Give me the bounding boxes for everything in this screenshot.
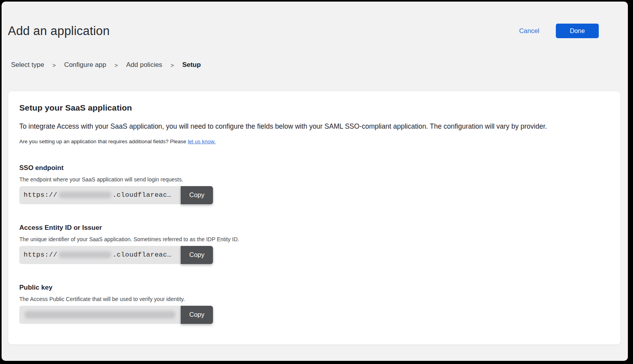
- field-label: SSO endpoint: [19, 164, 609, 172]
- field-description: The unique identifier of your SaaS appli…: [19, 236, 609, 242]
- copy-button[interactable]: Copy: [181, 306, 213, 324]
- let-us-know-link[interactable]: let us know.: [188, 139, 216, 144]
- cancel-button[interactable]: Cancel: [519, 27, 539, 35]
- field-public-key: Public key The Access Public Certificate…: [19, 284, 609, 324]
- sso-endpoint-value[interactable]: https:// .cloudflareac…: [19, 186, 181, 204]
- field-description: The endpoint where your SaaS application…: [19, 176, 609, 183]
- breadcrumb-separator: >: [170, 62, 174, 68]
- breadcrumb: Select type > Configure app > Add polici…: [11, 61, 628, 69]
- value-suffix: .cloudflareac…: [113, 191, 172, 199]
- app-window: Add an application Cancel Done Select ty…: [2, 2, 628, 361]
- value-prefix: https://: [24, 191, 57, 199]
- additional-fields-note: Are you setting up an application that r…: [19, 139, 609, 144]
- public-key-value-row: Copy: [19, 306, 213, 324]
- field-description: The Access Public Certificate that will …: [19, 296, 609, 302]
- field-sso-endpoint: SSO endpoint The endpoint where your Saa…: [19, 164, 609, 204]
- breadcrumb-separator: >: [52, 62, 56, 68]
- breadcrumb-separator: >: [115, 62, 118, 68]
- done-button[interactable]: Done: [556, 24, 599, 38]
- value-prefix: https://: [24, 251, 57, 259]
- access-entity-id-value-row: https:// .cloudflareac… Copy: [19, 246, 213, 264]
- header-actions: Cancel Done: [519, 24, 599, 38]
- redacted-value: [59, 192, 111, 198]
- breadcrumb-step-add-policies[interactable]: Add policies: [126, 61, 162, 69]
- redacted-value: [24, 311, 176, 319]
- breadcrumb-step-select-type[interactable]: Select type: [11, 61, 44, 69]
- note-text: Are you setting up an application that r…: [19, 139, 186, 144]
- redacted-value: [59, 251, 111, 258]
- value-suffix: .cloudflareac…: [113, 251, 172, 259]
- copy-button[interactable]: Copy: [181, 246, 213, 264]
- breadcrumb-step-setup[interactable]: Setup: [182, 61, 201, 69]
- card-intro-text: To integrate Access with your SaaS appli…: [19, 122, 609, 131]
- access-entity-id-value[interactable]: https:// .cloudflareac…: [19, 246, 181, 264]
- page-title: Add an application: [8, 24, 110, 38]
- page-header: Add an application Cancel Done: [8, 24, 599, 38]
- public-key-value[interactable]: [19, 306, 181, 324]
- field-label: Public key: [19, 284, 609, 292]
- card-heading: Setup your SaaS application: [19, 103, 609, 113]
- setup-card: Setup your SaaS application To integrate…: [8, 91, 621, 345]
- copy-button[interactable]: Copy: [181, 186, 213, 204]
- field-label: Access Entity ID or Issuer: [19, 224, 609, 232]
- sso-endpoint-value-row: https:// .cloudflareac… Copy: [19, 186, 213, 204]
- field-access-entity-id: Access Entity ID or Issuer The unique id…: [19, 224, 609, 264]
- breadcrumb-step-configure-app[interactable]: Configure app: [64, 61, 106, 69]
